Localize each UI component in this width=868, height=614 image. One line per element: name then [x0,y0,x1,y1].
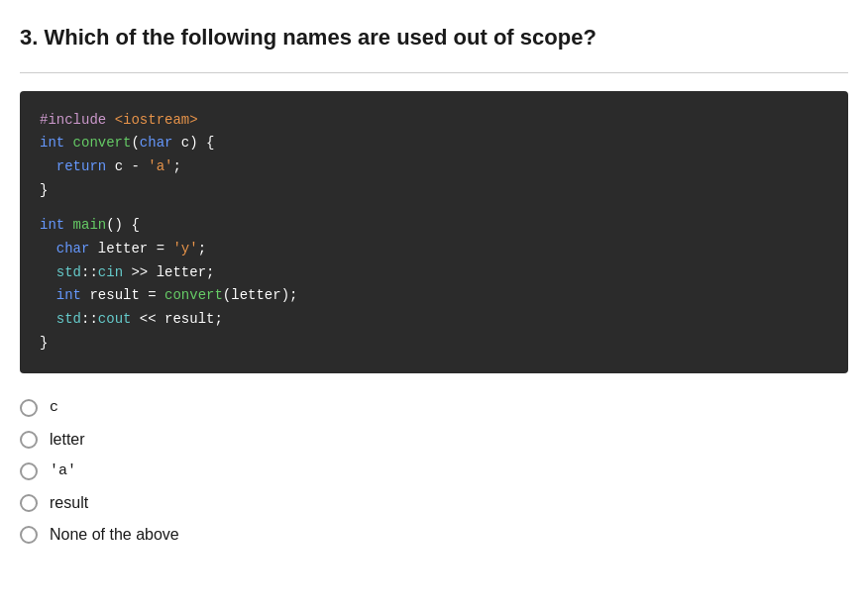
code-line-10: std::cout << result; [40,308,828,332]
option-item-opt-letter[interactable]: letter [20,431,848,449]
option-item-opt-result[interactable]: result [20,494,848,512]
radio-opt-result[interactable] [20,494,38,512]
option-label-opt-none: None of the above [50,526,179,544]
option-item-opt-a[interactable]: 'a' [20,462,848,480]
radio-opt-letter[interactable] [20,431,38,449]
option-label-opt-result: result [50,494,88,512]
option-label-opt-c: c [50,399,58,416]
code-line-2: int convert(char c) { [40,132,828,155]
question-title: 3. Which of the following names are used… [20,24,848,52]
code-line-7: char letter = 'y'; [40,238,828,261]
code-line-8: std::cin >> letter; [40,261,828,285]
option-label-opt-a: 'a' [50,462,76,479]
radio-opt-none[interactable] [20,526,38,544]
code-line-6: int main() { [40,214,828,238]
option-item-opt-c[interactable]: c [20,399,848,417]
code-line-1: #include <iostream> [40,109,828,133]
options-list: cletter'a'resultNone of the above [20,399,848,544]
code-line-11: } [40,332,828,356]
code-line-4: } [40,179,828,203]
code-line-3: return c - 'a'; [40,155,828,179]
code-line-9: int result = convert(letter); [40,284,828,308]
code-block: #include <iostream>int convert(char c) {… [20,91,848,373]
radio-opt-c[interactable] [20,399,38,417]
option-item-opt-none[interactable]: None of the above [20,526,848,544]
divider [20,72,848,73]
option-label-opt-letter: letter [50,431,85,449]
radio-opt-a[interactable] [20,462,38,480]
code-line-5 [40,203,828,214]
